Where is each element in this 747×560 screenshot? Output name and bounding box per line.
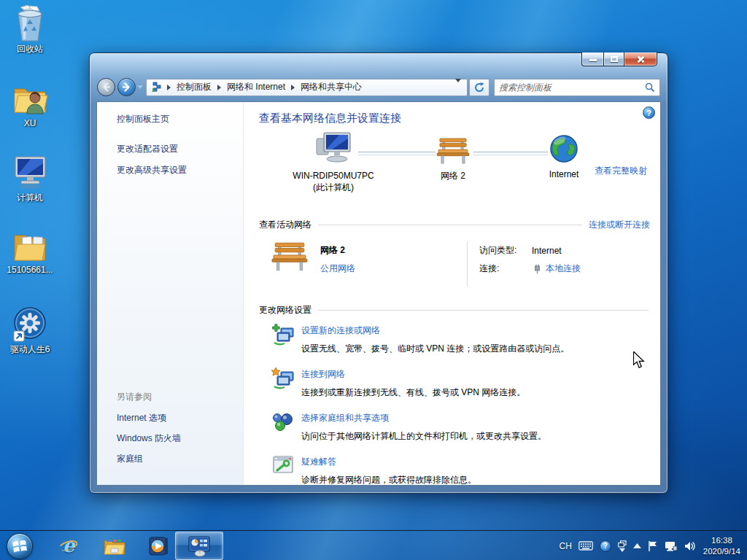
active-network-box: 网络 2 公用网络 访问类型: Internet 连接: bbox=[259, 231, 650, 298]
keyboard-icon[interactable] bbox=[578, 541, 593, 551]
sidebar-item-change-adapter-settings[interactable]: 更改适配器设置 bbox=[117, 143, 243, 155]
task-title-link[interactable]: 连接到网络 bbox=[301, 368, 345, 381]
maximize-button[interactable] bbox=[603, 52, 624, 66]
sidebar-item-change-advanced-sharing[interactable]: 更改高级共享设置 bbox=[117, 164, 243, 176]
active-network-meta: 网络 2 公用网络 bbox=[320, 241, 355, 275]
show-hidden-icons-button[interactable] bbox=[633, 543, 641, 548]
address-bar[interactable]: 控制面板 网络和 Internet 网络和共享中心 bbox=[146, 79, 468, 96]
desktop-icon-xu-folder[interactable]: XU bbox=[4, 82, 55, 128]
minimize-button[interactable] bbox=[581, 52, 603, 66]
folder-icon bbox=[104, 537, 125, 556]
see-also-section: 另请参阅 Internet 选项 Windows 防火墙 家庭组 bbox=[117, 391, 181, 473]
caption-buttons bbox=[581, 52, 657, 66]
language-indicator[interactable]: CH bbox=[559, 541, 571, 551]
breadcrumb-network-internet[interactable]: 网络和 Internet bbox=[227, 81, 285, 93]
public-network-link[interactable]: 公用网络 bbox=[320, 263, 355, 273]
change-settings-section-header: 更改网络设置 bbox=[259, 304, 650, 316]
map-network-label: 网络 2 bbox=[417, 170, 489, 182]
network-map: WIN-RDIP50MU7PC (此计算机) bbox=[259, 128, 650, 213]
header-rule bbox=[318, 310, 649, 311]
desktop-icon-numbered-folder[interactable]: 15105661... bbox=[4, 230, 55, 275]
access-type-row: 访问类型: Internet bbox=[479, 244, 581, 257]
task-setup-new-connection: 设置新的连接或网络 设置无线、宽带、拨号、临时或 VPN 连接；或设置路由器或访… bbox=[271, 324, 650, 355]
ethernet-plug-icon bbox=[533, 264, 541, 274]
refresh-button[interactable] bbox=[469, 79, 489, 96]
network-bench-icon bbox=[436, 137, 470, 165]
network-bench-icon bbox=[271, 241, 308, 272]
breadcrumb-network-sharing-center[interactable]: 网络和共享中心 bbox=[301, 81, 362, 93]
map-node-internet[interactable]: Internet bbox=[527, 134, 600, 180]
breadcrumb-arrow-icon bbox=[167, 85, 171, 90]
breadcrumb-control-panel[interactable]: 控制面板 bbox=[177, 81, 212, 93]
sidebar-item-internet-options[interactable]: Internet 选项 bbox=[117, 412, 181, 424]
minimize-icon bbox=[589, 59, 597, 61]
refresh-icon bbox=[473, 82, 485, 93]
close-button[interactable] bbox=[624, 52, 657, 66]
clock-date: 2020/9/14 bbox=[703, 546, 740, 557]
start-button[interactable] bbox=[5, 531, 34, 560]
task-description: 连接到或重新连接到无线、有线、拨号或 VPN 网络连接。 bbox=[301, 386, 525, 399]
language-bar-options-icon[interactable] bbox=[618, 540, 627, 552]
map-node-computer[interactable]: WIN-RDIP50MU7PC (此计算机) bbox=[279, 131, 387, 193]
recent-pages-dropdown[interactable] bbox=[136, 78, 144, 96]
internet-explorer-icon: e bbox=[58, 536, 79, 556]
task-description: 访问位于其他网络计算机上的文件和打印机，或更改共享设置。 bbox=[301, 430, 546, 443]
search-box[interactable] bbox=[494, 79, 660, 96]
desktop-icon-label: 驱动人生6 bbox=[10, 344, 50, 354]
help-icon[interactable]: ? bbox=[643, 106, 655, 119]
map-node-network[interactable]: 网络 2 bbox=[417, 137, 489, 182]
page-title: 查看基本网络信息并设置连接 bbox=[259, 112, 650, 125]
taskbar-internet-explorer[interactable]: e bbox=[58, 531, 80, 560]
active-network-name: 网络 2 bbox=[320, 244, 355, 257]
taskbar-active-window-control-panel[interactable] bbox=[175, 532, 223, 560]
sidebar-item-windows-firewall[interactable]: Windows 防火墙 bbox=[117, 432, 181, 445]
user-folder-icon bbox=[4, 82, 55, 117]
forward-button[interactable] bbox=[117, 78, 136, 96]
view-full-map-link[interactable]: 查看完整映射 bbox=[595, 165, 647, 177]
new-connection-icon bbox=[271, 324, 296, 348]
active-network-details: 访问类型: Internet 连接: bbox=[479, 241, 581, 281]
volume-icon[interactable] bbox=[684, 540, 696, 552]
documents-folder-icon bbox=[4, 230, 55, 263]
task-title-link[interactable]: 设置新的连接或网络 bbox=[301, 324, 380, 337]
question-glyph: ? bbox=[603, 542, 608, 550]
computer-icon bbox=[4, 155, 55, 191]
search-input[interactable] bbox=[499, 82, 645, 93]
task-description: 设置无线、宽带、拨号、临时或 VPN 连接；或设置路由器或访问点。 bbox=[301, 343, 569, 355]
taskbar: e bbox=[0, 530, 747, 560]
connect-disconnect-link[interactable]: 连接或断开连接 bbox=[589, 219, 650, 231]
sidebar-item-control-panel-home[interactable]: 控制面板主页 bbox=[117, 113, 243, 125]
network-center-icon bbox=[150, 82, 161, 93]
window-titlebar[interactable] bbox=[90, 53, 667, 74]
address-dropdown-button[interactable] bbox=[452, 82, 464, 93]
network-tray-icon[interactable] bbox=[665, 540, 678, 552]
desktop-icon-computer[interactable]: 计算机 bbox=[4, 155, 55, 203]
taskbar-windows-explorer[interactable] bbox=[103, 531, 126, 560]
task-description: 诊断并修复网络问题，或获得故障排除信息。 bbox=[301, 474, 476, 485]
active-networks-section-header: 查看活动网络 连接或断开连接 bbox=[259, 219, 650, 231]
system-tray: CH ? bbox=[552, 531, 747, 560]
local-connection-link[interactable]: 本地连接 bbox=[546, 262, 581, 275]
task-title-link[interactable]: 疑难解答 bbox=[301, 456, 336, 468]
task-title-link[interactable]: 选择家庭组和共享选项 bbox=[301, 412, 389, 424]
desktop-icon-label: XU bbox=[24, 118, 36, 128]
action-center-flag-icon[interactable] bbox=[648, 540, 658, 552]
desktop-icon-label: 计算机 bbox=[17, 192, 43, 203]
network-sharing-center-window: 控制面板 网络和 Internet 网络和共享中心 bbox=[89, 52, 668, 494]
media-player-icon bbox=[148, 536, 169, 556]
active-network-summary: 网络 2 公用网络 bbox=[271, 241, 467, 275]
internet-globe-icon bbox=[549, 134, 578, 163]
see-also-header: 另请参阅 bbox=[117, 391, 181, 403]
sidebar-item-homegroup[interactable]: 家庭组 bbox=[117, 453, 181, 465]
desktop-icon-recycle-bin[interactable]: 回收站 bbox=[4, 4, 55, 54]
taskbar-clock[interactable]: 16:38 2020/9/14 bbox=[703, 535, 740, 557]
back-button[interactable] bbox=[97, 78, 115, 96]
search-icon[interactable] bbox=[645, 82, 655, 93]
ime-help-icon[interactable]: ? bbox=[600, 540, 611, 552]
maximize-icon bbox=[611, 56, 618, 62]
forward-arrow-icon bbox=[121, 82, 132, 93]
header-rule bbox=[318, 225, 582, 225]
connection-label: 连接: bbox=[479, 262, 532, 275]
desktop-icon-driver-app[interactable]: 驱动人生6 bbox=[4, 306, 55, 354]
taskbar-media-player[interactable] bbox=[147, 531, 170, 560]
